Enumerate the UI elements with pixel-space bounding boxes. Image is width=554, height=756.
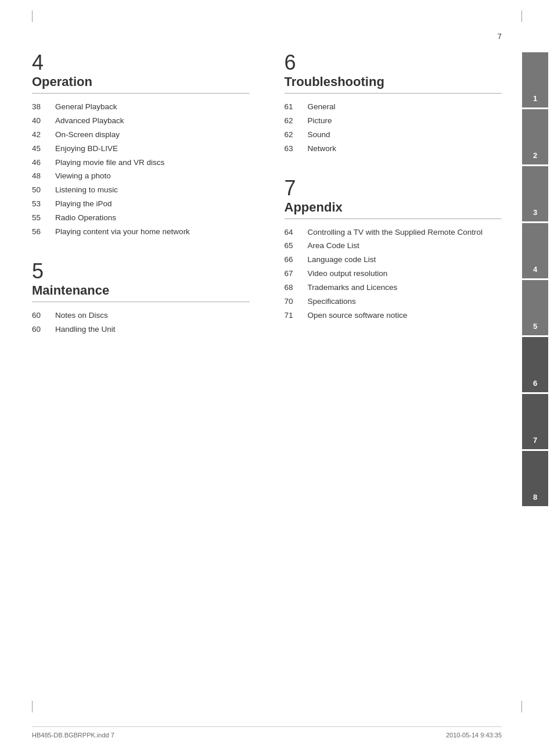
toc-label: Network bbox=[308, 144, 502, 155]
toc-label: Notes on Discs bbox=[55, 310, 250, 321]
section-4-number: 4 bbox=[32, 52, 250, 73]
toc-label: Handling the Unit bbox=[55, 324, 250, 335]
footer: HB485-DB.BGBRPPK.indd 7 2010-05-14 9:43:… bbox=[32, 726, 502, 739]
section-4-divider bbox=[32, 93, 250, 94]
tab-8[interactable]: 8 bbox=[522, 451, 548, 506]
tab-3[interactable]: 3 bbox=[522, 166, 548, 221]
tab-5[interactable]: 5 bbox=[522, 280, 548, 335]
toc-entry-op-8: 53 Playing the iPod bbox=[32, 199, 250, 210]
toc-num: 65 bbox=[285, 241, 308, 252]
toc-num: 48 bbox=[32, 171, 55, 182]
left-column: 4 Operation 38 General Playback 40 Advan… bbox=[32, 52, 267, 686]
toc-num: 60 bbox=[32, 324, 55, 335]
section-5-divider bbox=[32, 302, 250, 302]
tab-2[interactable]: 2 bbox=[522, 109, 548, 164]
toc-label: Specifications bbox=[308, 296, 502, 307]
footer-datetime: 2010-05-14 9:43:35 bbox=[446, 732, 502, 739]
toc-num: 62 bbox=[285, 116, 308, 127]
top-mark-right bbox=[521, 10, 522, 22]
page: 7 4 Operation 38 General Playback 40 Adv… bbox=[0, 0, 554, 756]
toc-label: Playing movie file and VR discs bbox=[55, 157, 250, 169]
tab-2-label: 2 bbox=[533, 151, 537, 160]
right-column: 6 Troubleshooting 61 General 62 Picture … bbox=[267, 52, 502, 686]
section-tabs: 1 2 3 4 5 6 7 8 bbox=[522, 52, 554, 508]
toc-label: Area Code List bbox=[308, 241, 502, 252]
toc-label: Playing content via your home network bbox=[55, 227, 250, 238]
section-appendix: 7 Appendix 64 Controlling a TV with the … bbox=[285, 178, 502, 321]
toc-label: Playing the iPod bbox=[55, 199, 250, 210]
toc-num: 66 bbox=[285, 255, 308, 266]
toc-entry-op-7: 50 Listening to music bbox=[32, 185, 250, 196]
toc-entry-maint-2: 60 Handling the Unit bbox=[32, 324, 250, 335]
toc-label: On-Screen display bbox=[55, 130, 250, 141]
toc-label: Controlling a TV with the Supplied Remot… bbox=[308, 227, 502, 238]
toc-num: 63 bbox=[285, 144, 308, 155]
toc-num: 64 bbox=[285, 227, 308, 238]
toc-label: Picture bbox=[308, 116, 502, 127]
toc-num: 38 bbox=[32, 102, 55, 113]
toc-num: 70 bbox=[285, 296, 308, 307]
toc-num: 53 bbox=[32, 199, 55, 210]
toc-entry-app-5: 68 Trademarks and Licences bbox=[285, 282, 502, 293]
toc-num: 50 bbox=[32, 185, 55, 196]
toc-entry-op-10: 56 Playing content via your home network bbox=[32, 227, 250, 238]
toc-entry-app-6: 70 Specifications bbox=[285, 296, 502, 307]
toc-entry-ts-1: 61 General bbox=[285, 102, 502, 113]
toc-num: 60 bbox=[32, 310, 55, 321]
page-number: 7 bbox=[498, 32, 502, 41]
tab-5-label: 5 bbox=[533, 322, 537, 331]
tab-3-label: 3 bbox=[533, 208, 537, 217]
toc-entry-op-1: 38 General Playback bbox=[32, 102, 250, 113]
tab-1-label: 1 bbox=[533, 94, 537, 103]
toc-num: 61 bbox=[285, 102, 308, 113]
tab-7[interactable]: 7 bbox=[522, 394, 548, 449]
section-maintenance: 5 Maintenance 60 Notes on Discs 60 Handl… bbox=[32, 261, 250, 335]
toc-label: Trademarks and Licences bbox=[308, 282, 502, 293]
tab-4[interactable]: 4 bbox=[522, 223, 548, 278]
toc-num: 40 bbox=[32, 116, 55, 127]
toc-entry-op-4: 45 Enjoying BD-LIVE bbox=[32, 144, 250, 155]
section-troubleshooting: 6 Troubleshooting 61 General 62 Picture … bbox=[285, 52, 502, 155]
toc-label: Listening to music bbox=[55, 185, 250, 196]
toc-entry-ts-2: 62 Picture bbox=[285, 116, 502, 127]
section-5-number: 5 bbox=[32, 261, 250, 282]
top-mark-left bbox=[32, 10, 33, 22]
toc-entry-app-2: 65 Area Code List bbox=[285, 241, 502, 252]
tab-1[interactable]: 1 bbox=[522, 52, 548, 108]
toc-label: Video output resolution bbox=[308, 268, 502, 280]
bottom-mark-right bbox=[521, 701, 522, 712]
toc-num: 45 bbox=[32, 144, 55, 155]
section-5-title: Maintenance bbox=[32, 283, 250, 298]
section-operation: 4 Operation 38 General Playback 40 Advan… bbox=[32, 52, 250, 238]
toc-entry-app-7: 71 Open source software notice bbox=[285, 310, 502, 321]
toc-label: Language code List bbox=[308, 255, 502, 266]
toc-label: Radio Operations bbox=[55, 213, 250, 224]
toc-num: 56 bbox=[32, 227, 55, 238]
toc-label: Open source software notice bbox=[308, 310, 502, 321]
tab-6-label: 6 bbox=[533, 379, 537, 388]
toc-num: 67 bbox=[285, 268, 308, 280]
toc-num: 71 bbox=[285, 310, 308, 321]
section-7-title: Appendix bbox=[285, 200, 502, 215]
section-7-divider bbox=[285, 218, 502, 219]
bottom-mark-left bbox=[32, 701, 33, 712]
toc-label: General bbox=[308, 102, 502, 113]
toc-entry-ts-3: 62 Sound bbox=[285, 130, 502, 141]
tab-6[interactable]: 6 bbox=[522, 337, 548, 392]
toc-entry-app-1: 64 Controlling a TV with the Supplied Re… bbox=[285, 227, 502, 238]
toc-label: General Playback bbox=[55, 102, 250, 113]
toc-entry-app-4: 67 Video output resolution bbox=[285, 268, 502, 280]
toc-entry-op-6: 48 Viewing a photo bbox=[32, 171, 250, 182]
toc-label: Enjoying BD-LIVE bbox=[55, 144, 250, 155]
toc-label: Viewing a photo bbox=[55, 171, 250, 182]
toc-num: 42 bbox=[32, 130, 55, 141]
section-6-divider bbox=[285, 93, 502, 94]
main-content: 4 Operation 38 General Playback 40 Advan… bbox=[32, 52, 502, 686]
toc-entry-op-3: 42 On-Screen display bbox=[32, 130, 250, 141]
toc-entry-op-9: 55 Radio Operations bbox=[32, 213, 250, 224]
section-4-title: Operation bbox=[32, 74, 250, 89]
footer-filename: HB485-DB.BGBRPPK.indd 7 bbox=[32, 732, 114, 739]
toc-label: Advanced Playback bbox=[55, 116, 250, 127]
toc-entry-op-5: 46 Playing movie file and VR discs bbox=[32, 157, 250, 169]
tab-4-label: 4 bbox=[533, 265, 537, 274]
